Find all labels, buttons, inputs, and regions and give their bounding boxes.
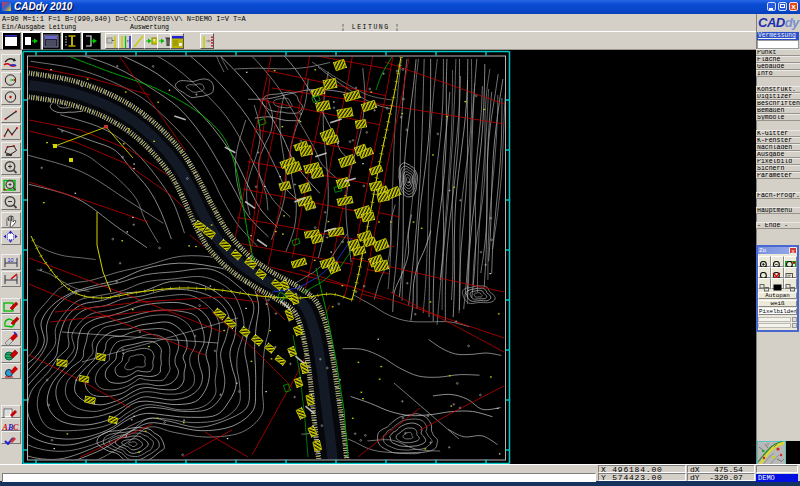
svg-text:10: 10 — [8, 257, 14, 263]
